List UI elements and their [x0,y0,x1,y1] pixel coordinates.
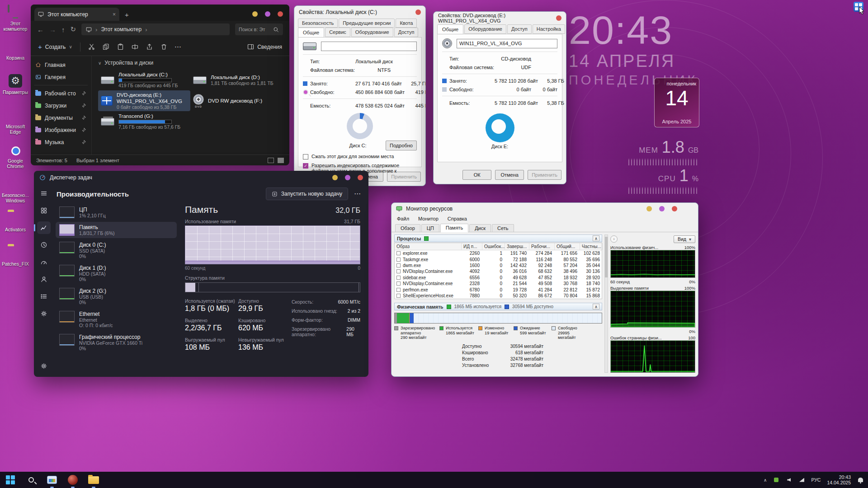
close-button[interactable] [278,11,283,17]
sidebar-item-desktop[interactable]: Рабочий сто [31,87,91,99]
tab-cpu[interactable]: ЦП [421,224,439,232]
collapse-icon[interactable]: ∧ [593,235,599,241]
maximize-button[interactable] [265,11,270,17]
table-header[interactable]: ОбразИД п...Ошибок...Заверш...Рабочи...О… [395,243,602,250]
close-button[interactable] [415,9,421,15]
tab-disk[interactable]: Диск [469,224,491,232]
drive-item-f[interactable]: DVD DVD RW дисковод (F:) [190,90,283,111]
perf-card-disk0[interactable]: Диск 0 (C:)SSD (SATA)0% [56,239,177,261]
notification-bell-icon[interactable] [857,477,863,483]
new-tab-button[interactable]: + [125,11,129,19]
tab-hardware[interactable]: Оборудование [351,28,393,37]
row-checkbox[interactable] [396,282,401,286]
details-icon[interactable] [37,290,51,303]
processes-section-header[interactable]: Процессы ∧ [394,235,602,242]
row-checkbox[interactable] [396,276,401,280]
language-indicator[interactable]: РУС [811,477,821,483]
taskbar-task-manager-icon[interactable] [46,474,58,486]
drive-item-g[interactable]: Transcend (G:) 7,16 ГБ свободно из 57,6 … [98,111,190,132]
tray-expand-icon[interactable]: ∧ [764,478,767,483]
drive-item-d[interactable]: Локальный диск (D:) 1,81 ТБ свободно из … [190,70,283,90]
tab-tools[interactable]: Сервис [325,28,350,37]
row-checkbox[interactable] [396,294,401,298]
desktop-icon-this-pc[interactable]: Этот компьютер [2,4,29,38]
drive-item-c[interactable]: Локальный диск (C:) 419 ГБ свободно из 4… [98,70,190,90]
processes-icon[interactable] [37,204,51,217]
minimize-button[interactable] [332,175,338,180]
more-options-icon[interactable]: ··· [354,191,361,197]
taskbar-clock[interactable]: 20:43 14.04.2025 [827,474,851,486]
desktop-icon-security[interactable]: Безопасно... Windows [2,175,29,210]
desktop-icon-patches[interactable]: Patches_FIX [2,244,29,278]
perf-card-cpu[interactable]: ЦП1% 2,10 ГГц [56,204,177,221]
desktop-icon-activators[interactable]: Activators [2,210,29,244]
sidebar-item-pictures[interactable]: Изображени [31,124,91,136]
desktop-icon-settings[interactable]: ⚙ Параметры [2,72,29,107]
desktop-icon-recycle-bin[interactable]: Корзина [2,38,29,72]
menu-icon[interactable] [37,187,51,200]
close-button[interactable] [358,175,363,180]
group-header[interactable]: ∨ Устройства и диски [98,60,289,66]
back-icon[interactable]: ← [37,26,44,33]
volume-label-input[interactable] [457,39,557,48]
list-view-icon[interactable] [268,158,274,163]
thumbnail-view-icon[interactable] [278,158,284,163]
collapse-icon[interactable]: ∧ [593,304,599,310]
settings-gear-icon[interactable] [37,360,51,372]
forward-icon[interactable]: → [49,26,56,33]
expand-icon[interactable]: › [610,235,618,243]
tab-quota[interactable]: Квота [396,19,417,28]
perf-card-disk2[interactable]: Диск 2 (G:)USB (USB)0% [56,286,177,307]
network-icon[interactable] [798,477,805,483]
scrollbar[interactable] [604,235,608,373]
maximize-button[interactable] [659,206,665,211]
table-row[interactable]: Taskmgr.exe 6000072 188116 24880 55235 6… [395,256,602,262]
details-button[interactable]: Подробно [386,141,417,150]
titlebar[interactable]: Свойства: DVD-дисковод (E:) WIN11_PRO_VL… [434,12,566,24]
rename-icon[interactable] [132,43,138,50]
performance-icon[interactable] [37,221,51,234]
tab-close-icon[interactable]: × [113,11,116,18]
share-icon[interactable] [146,43,153,50]
table-row[interactable]: NVDisplay.Container.exe 4092036 01668 63… [395,268,602,274]
menu-help[interactable]: Справка [448,216,467,221]
volume-icon[interactable] [786,477,792,483]
search-box[interactable] [235,23,283,35]
table-row[interactable]: dwm.exe 16000142 43292 24857 20435 044 [395,263,602,268]
maximize-button[interactable] [345,175,350,180]
delete-icon[interactable] [160,43,167,50]
details-pane-button[interactable]: Сведения [247,43,282,50]
row-checkbox[interactable] [396,258,401,262]
tab-network[interactable]: Сеть [492,224,514,232]
desktop-icon-chrome[interactable]: Google Chrome [2,141,29,175]
paste-icon[interactable] [117,43,124,50]
row-checkbox[interactable] [396,263,401,267]
menu-monitor[interactable]: Монитор [418,216,439,221]
sidebar-item-music[interactable]: Музыка [31,136,91,148]
tab-customize[interactable]: Настройка [533,24,565,34]
refresh-icon[interactable]: ↻ [71,25,76,33]
desktop-icon-edge[interactable]: Microsoft Edge [2,107,29,141]
taskbar-explorer-icon[interactable] [88,474,99,486]
table-row[interactable]: perfmon.exe 6780019 72841 28422 81215 87… [395,286,602,292]
ok-button[interactable]: ОК [462,170,491,180]
close-button[interactable] [556,15,561,21]
tab-memory[interactable]: Память [440,224,468,232]
up-icon[interactable]: ↑ [61,26,65,33]
search-input[interactable] [239,27,270,32]
startup-apps-icon[interactable] [37,256,51,268]
perf-card-gpu[interactable]: Графический процессорNVIDIA GeForce GTX … [56,332,177,353]
sidebar-item-home[interactable]: Главная [31,59,91,71]
apply-button[interactable]: Применить [528,170,561,180]
sidebar-item-downloads[interactable]: Загрузки [31,99,91,112]
titlebar[interactable]: Монитор ресурсов [392,203,698,215]
tab-previous-versions[interactable]: Предыдущие версии [339,19,395,28]
compress-checkbox-row[interactable]: Сжать этот диск для экономии места [303,154,417,160]
sidebar-item-documents[interactable]: Документы [31,112,91,124]
tab-general[interactable]: Общие [437,24,463,34]
more-options-icon[interactable]: ··· [175,44,182,50]
tab-hardware[interactable]: Оборудование [464,24,506,34]
start-button[interactable] [5,474,16,486]
users-icon[interactable] [37,273,51,286]
tab-general[interactable]: Общие [298,28,324,38]
